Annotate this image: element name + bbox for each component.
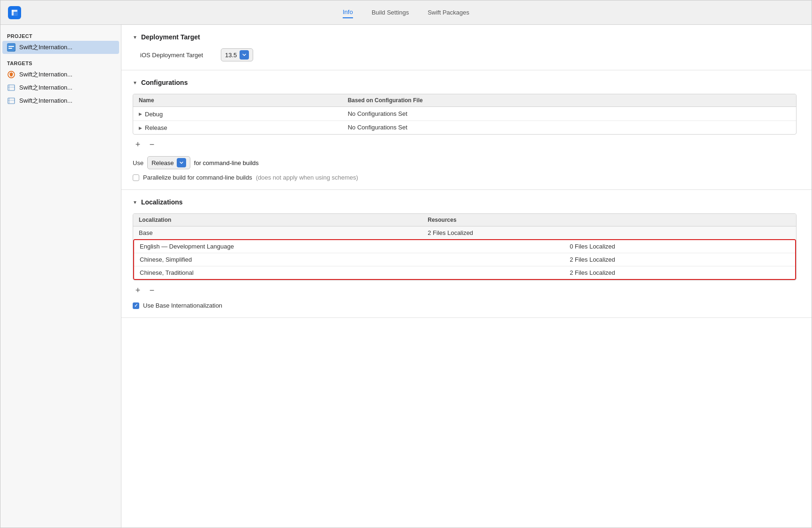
for-command-builds-label: for command-line builds: [194, 159, 259, 166]
localizations-triangle-icon: ▼: [133, 200, 137, 205]
config-add-remove-bar: + −: [133, 139, 797, 150]
loc-chinese-traditional-name: Chinese, Traditional: [134, 266, 564, 279]
loc-base-name: Base: [133, 226, 422, 240]
parallelize-muted: (does not apply when using schemes): [256, 174, 358, 181]
highlighted-localizations: English — Development Language 0 Files L…: [133, 239, 796, 280]
svg-rect-4: [8, 44, 15, 51]
tab-bar: Info Build Settings Swift Packages: [343, 7, 469, 18]
localizations-section: ▼ Localizations Localization Resources: [121, 190, 812, 318]
configurations-table: Name Based on Configuration File ▶ Debug: [133, 94, 796, 134]
localizations-title: Localizations: [141, 198, 183, 206]
loc-english-name: English — Development Language: [134, 240, 564, 253]
top-bar: Info Build Settings Swift Packages: [0, 0, 812, 25]
target-icon-0: [7, 70, 15, 79]
use-label: Use: [133, 159, 143, 166]
loc-row-english: English — Development Language 0 Files L…: [134, 240, 795, 253]
config-row-release: ▶ Release No Configurations Set: [133, 121, 796, 134]
parallelize-row: Parallelize build for command-line build…: [133, 174, 797, 181]
configurations-header: ▼ Configurations: [133, 79, 797, 86]
configurations-title: Configurations: [141, 79, 188, 86]
release-toggle[interactable]: ▶ Release: [139, 124, 167, 131]
loc-chinese-simplified-name: Chinese, Simplified: [134, 253, 564, 266]
config-release-name: ▶ Release: [133, 121, 342, 134]
release-triangle-icon: ▶: [139, 126, 142, 130]
project-icon: [7, 43, 15, 52]
config-debug-name: ▶ Debug: [133, 107, 342, 121]
config-row-debug: ▶ Debug No Configurations Set: [133, 107, 796, 121]
sidebar: PROJECT Swift之Internation... TARGETS: [0, 25, 121, 528]
target-icon-1: [7, 83, 15, 92]
svg-rect-6: [8, 48, 12, 49]
deployment-target-section: ▼ Deployment Target iOS Deployment Targe…: [121, 25, 812, 70]
config-add-button[interactable]: +: [133, 139, 143, 150]
svg-rect-9: [8, 98, 15, 104]
debug-label: Debug: [145, 111, 163, 118]
configurations-table-wrapper: Name Based on Configuration File ▶ Debug: [133, 94, 797, 135]
config-remove-button[interactable]: −: [147, 139, 157, 150]
deployment-triangle-icon: ▼: [133, 35, 137, 40]
sidebar-target-2[interactable]: Swift之Internation...: [0, 94, 121, 107]
loc-col-resources: Resources: [422, 214, 796, 226]
loc-row-chinese-simplified: Chinese, Simplified 2 Files Localized: [134, 253, 795, 266]
highlighted-localizations-table: English — Development Language 0 Files L…: [134, 240, 795, 279]
target-icon-2: [7, 97, 15, 105]
target-label-0: Swift之Internation...: [19, 70, 72, 79]
ios-deployment-dropdown[interactable]: 13.5: [221, 48, 253, 61]
loc-add-button[interactable]: +: [133, 285, 143, 295]
tab-build-settings[interactable]: Build Settings: [372, 7, 409, 18]
command-line-dropdown-arrow: [177, 158, 186, 167]
content-area: ▼ Deployment Target iOS Deployment Targe…: [121, 25, 812, 528]
sidebar-target-0[interactable]: Swift之Internation...: [0, 68, 121, 81]
loc-remove-button[interactable]: −: [147, 285, 157, 295]
loc-col-localization: Localization: [133, 214, 422, 226]
localization-base-row: Base 2 Files Localized: [133, 226, 796, 240]
ios-deployment-value: 13.5: [225, 52, 237, 59]
localizations-header: ▼ Localizations: [133, 198, 797, 206]
deployment-target-header: ▼ Deployment Target: [133, 33, 797, 41]
use-base-label: Use Base Internationalization: [143, 302, 222, 309]
command-line-dropdown[interactable]: Release: [147, 156, 190, 169]
parallelize-checkbox[interactable]: [133, 174, 139, 181]
command-line-row: Use Release for command-line builds: [133, 156, 797, 169]
loc-base-resources: 2 Files Localized: [422, 226, 796, 240]
release-label: Release: [145, 124, 167, 131]
loc-chinese-simplified-resources: 2 Files Localized: [564, 253, 795, 266]
sidebar-target-1[interactable]: Swift之Internation...: [0, 81, 121, 94]
configurations-triangle-icon: ▼: [133, 80, 137, 85]
config-debug-file: No Configurations Set: [342, 107, 796, 121]
config-release-file: No Configurations Set: [342, 121, 796, 134]
xcode-icon: [8, 6, 21, 19]
dropdown-arrow-icon: [240, 50, 249, 60]
target-label-1: Swift之Internation...: [19, 83, 72, 92]
loc-add-remove-bar: + −: [133, 285, 797, 295]
tab-info[interactable]: Info: [343, 7, 353, 18]
config-col-name: Name: [133, 94, 342, 107]
loc-english-resources: 0 Files Localized: [564, 240, 795, 253]
target-label-2: Swift之Internation...: [19, 97, 72, 105]
tab-swift-packages[interactable]: Swift Packages: [428, 7, 469, 18]
debug-toggle[interactable]: ▶ Debug: [139, 111, 163, 118]
parallelize-label: Parallelize build for command-line build…: [143, 174, 252, 181]
sidebar-project-item[interactable]: Swift之Internation...: [2, 41, 119, 54]
debug-triangle-icon: ▶: [139, 112, 142, 116]
use-base-checkbox[interactable]: ✓: [133, 302, 139, 309]
svg-rect-5: [8, 46, 14, 47]
ios-deployment-label: iOS Deployment Target: [140, 52, 215, 59]
targets-section-label: TARGETS: [0, 58, 121, 68]
app-window: Info Build Settings Swift Packages PROJE…: [0, 0, 812, 528]
command-line-value: Release: [151, 159, 174, 166]
project-item-label: Swift之Internation...: [19, 43, 72, 52]
configurations-section: ▼ Configurations Name Based on Configura…: [121, 70, 812, 190]
deployment-row: iOS Deployment Target 13.5: [140, 48, 797, 61]
localizations-table-wrapper: Localization Resources Base 2 Files Loca…: [133, 213, 797, 280]
deployment-target-title: Deployment Target: [141, 33, 200, 41]
loc-chinese-traditional-resources: 2 Files Localized: [564, 266, 795, 279]
svg-rect-3: [12, 10, 17, 12]
localizations-table: Localization Resources Base 2 Files Loca…: [133, 214, 796, 239]
loc-row-chinese-traditional: Chinese, Traditional 2 Files Localized: [134, 266, 795, 279]
main-layout: PROJECT Swift之Internation... TARGETS: [0, 25, 812, 528]
config-col-file: Based on Configuration File: [342, 94, 796, 107]
project-section-label: PROJECT: [0, 30, 121, 41]
svg-rect-8: [8, 85, 15, 91]
use-base-row: ✓ Use Base Internationalization: [133, 302, 797, 309]
